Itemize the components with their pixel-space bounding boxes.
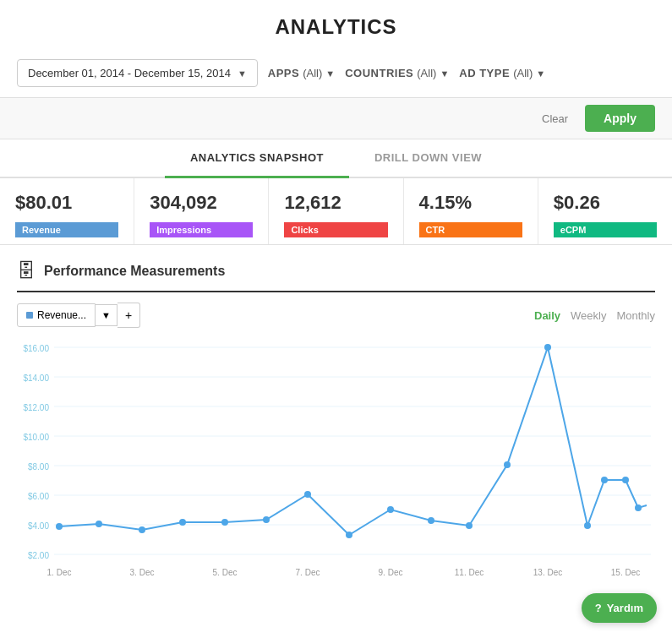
impressions-label: Impressions (150, 222, 253, 237)
impressions-value: 304,092 (150, 192, 253, 214)
svg-text:11. Dec: 11. Dec (455, 568, 484, 577)
ad-type-value: (All) (513, 67, 533, 79)
svg-text:$2.00: $2.00 (28, 551, 49, 560)
page-title: ANALYTICS (0, 15, 672, 39)
metric-selector: Revenue... ▼ + (17, 303, 140, 328)
countries-value: (All) (417, 67, 436, 79)
action-row: Clear Apply (0, 98, 672, 139)
metric-selector-label: Revenue... (37, 309, 86, 321)
yardim-button[interactable]: ? Yardım (582, 593, 657, 623)
apps-label: APPS (268, 67, 299, 79)
chart-controls: Revenue... ▼ + Daily Weekly Monthly (17, 303, 655, 328)
svg-text:3. Dec: 3. Dec (130, 568, 155, 577)
ecpm-label: eCPM (554, 222, 657, 237)
performance-section: 🗄 Performance Measurements Revenue... ▼ … (0, 245, 672, 605)
apply-button[interactable]: Apply (585, 105, 655, 132)
svg-point-40 (635, 504, 642, 511)
revenue-value: $80.01 (15, 192, 118, 214)
svg-text:7. Dec: 7. Dec (296, 568, 320, 577)
metric-card-ctr: 4.15% CTR (404, 178, 538, 244)
metric-selector-chevron[interactable]: ▼ (96, 304, 117, 326)
clicks-value: 12,612 (284, 192, 387, 214)
svg-text:9. Dec: 9. Dec (379, 568, 403, 577)
chevron-down-icon: ▼ (238, 68, 247, 79)
svg-point-26 (139, 526, 145, 533)
chevron-down-icon: ▼ (325, 68, 335, 79)
countries-label: COUNTRIES (345, 67, 413, 79)
apps-filter[interactable]: APPS (All) ▼ (268, 67, 335, 79)
time-toggles: Daily Weekly Monthly (534, 309, 655, 322)
filter-bar: December 01, 2014 - December 15, 2014 ▼ … (0, 49, 672, 98)
yardim-label: Yardım (607, 602, 643, 614)
svg-point-27 (179, 519, 186, 526)
svg-point-32 (387, 506, 394, 513)
metric-selector-button[interactable]: Revenue... (17, 303, 96, 327)
svg-point-39 (622, 477, 629, 483)
svg-text:$10.00: $10.00 (23, 433, 49, 442)
svg-point-34 (466, 522, 473, 529)
revenue-chart: $16.00 $14.00 $12.00 $10.00 $8.00 $6.00 … (17, 335, 655, 597)
svg-point-24 (56, 523, 63, 530)
svg-point-30 (304, 491, 311, 498)
svg-text:$14.00: $14.00 (23, 374, 49, 383)
metrics-row: $80.01 Revenue 304,092 Impressions 12,61… (0, 178, 672, 245)
svg-point-25 (96, 521, 102, 527)
metric-card-clicks: 12,612 Clicks (269, 178, 403, 244)
ecpm-value: $0.26 (554, 192, 657, 214)
svg-point-29 (263, 516, 270, 523)
page-wrapper: ANALYTICS December 01, 2014 - December 1… (0, 0, 672, 638)
svg-point-38 (601, 477, 608, 483)
clicks-label: Clicks (284, 222, 387, 237)
metric-card-impressions: 304,092 Impressions (134, 178, 269, 244)
tabs-bar: ANALYTICS SNAPSHOT DRILL DOWN VIEW (0, 139, 672, 178)
svg-point-36 (544, 344, 551, 351)
revenue-label: Revenue (15, 222, 118, 237)
section-header: 🗄 Performance Measurements (17, 260, 655, 292)
apps-value: (All) (303, 67, 322, 79)
svg-text:1. Dec: 1. Dec (47, 568, 72, 577)
metric-card-ecpm: $0.26 eCPM (538, 178, 672, 244)
weekly-toggle[interactable]: Weekly (571, 309, 606, 322)
date-range-value: December 01, 2014 - December 15, 2014 (28, 67, 231, 79)
clear-button[interactable]: Clear (533, 107, 576, 130)
tab-analytics-snapshot[interactable]: ANALYTICS SNAPSHOT (165, 139, 349, 178)
date-range-picker[interactable]: December 01, 2014 - December 15, 2014 ▼ (17, 59, 258, 87)
tab-drill-down-view[interactable]: DRILL DOWN VIEW (349, 139, 507, 178)
yardim-icon: ? (595, 602, 602, 614)
svg-point-28 (221, 519, 228, 526)
chevron-down-icon: ▼ (440, 68, 449, 79)
svg-text:15. Dec: 15. Dec (611, 568, 640, 577)
svg-text:$6.00: $6.00 (28, 492, 49, 501)
ctr-label: CTR (419, 222, 522, 237)
monthly-toggle[interactable]: Monthly (616, 309, 655, 322)
svg-point-31 (346, 532, 352, 538)
metric-add-button[interactable]: + (117, 303, 140, 328)
svg-text:$4.00: $4.00 (28, 521, 49, 531)
countries-filter[interactable]: COUNTRIES (All) ▼ (345, 67, 449, 79)
svg-point-33 (428, 517, 434, 524)
ad-type-label: AD TYPE (459, 67, 510, 79)
daily-toggle[interactable]: Daily (534, 309, 560, 322)
page-header: ANALYTICS (0, 0, 672, 49)
chevron-down-icon: ▼ (536, 68, 545, 79)
section-title: Performance Measurements (44, 264, 225, 279)
chart-area: $16.00 $14.00 $12.00 $10.00 $8.00 $6.00 … (17, 335, 655, 597)
svg-text:$16.00: $16.00 (23, 344, 49, 353)
svg-text:13. Dec: 13. Dec (533, 568, 562, 577)
database-icon: 🗄 (17, 260, 36, 282)
ctr-value: 4.15% (419, 192, 522, 214)
metric-card-revenue: $80.01 Revenue (0, 178, 134, 244)
svg-text:$12.00: $12.00 (23, 403, 49, 412)
svg-point-37 (584, 522, 591, 529)
svg-text:$8.00: $8.00 (28, 462, 49, 472)
ad-type-filter[interactable]: AD TYPE (All) ▼ (459, 67, 545, 79)
svg-point-35 (504, 461, 511, 468)
svg-text:5. Dec: 5. Dec (213, 568, 238, 577)
revenue-dot (26, 312, 33, 319)
